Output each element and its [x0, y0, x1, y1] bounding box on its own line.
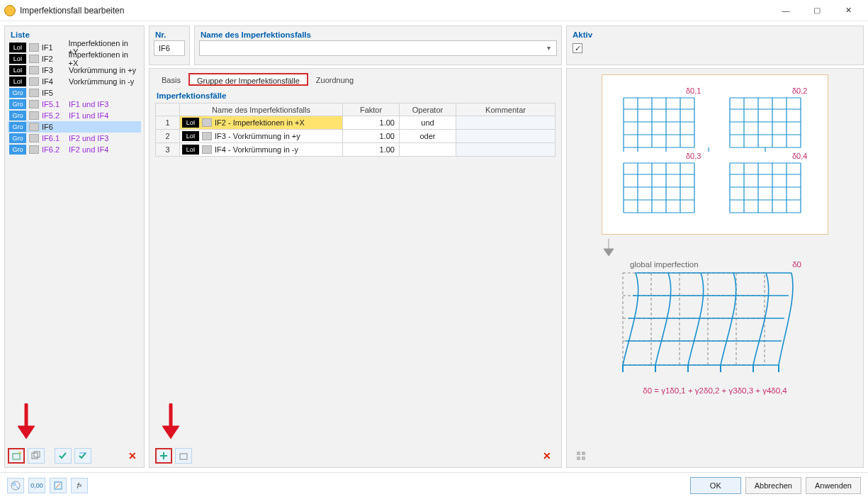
type-badge: Gro: [9, 122, 26, 132]
type-badge: Gro: [9, 145, 26, 155]
item-id: IF3: [42, 66, 66, 74]
delete-item-button[interactable]: ✕: [124, 448, 141, 464]
down-arrow-icon: [602, 237, 616, 259]
copy-item-button[interactable]: [28, 448, 45, 464]
add-row-button[interactable]: [155, 448, 172, 464]
type-badge: LoI: [182, 131, 199, 141]
operator-cell[interactable]: [400, 143, 456, 157]
svg-rect-11: [577, 457, 580, 460]
factor-cell[interactable]: 1.00: [343, 143, 400, 157]
svg-text:δ0,3: δ0,3: [686, 152, 701, 160]
close-button[interactable]: ✕: [833, 1, 864, 21]
color-swatch: [29, 66, 39, 74]
item-id: IF6.2: [42, 145, 66, 154]
table-row[interactable]: 2LoIIF3 - Vorkrümmung in +y1.00oder: [156, 130, 556, 143]
svg-rect-1: [32, 453, 38, 459]
uncheck-all-button[interactable]: [74, 448, 91, 464]
list-item[interactable]: LoIIF2Imperfektionen in +X: [8, 53, 141, 65]
maximize-button[interactable]: ▢: [801, 1, 833, 21]
svg-text:δ0,2: δ0,2: [792, 86, 807, 95]
window-title: Imperfektionsfall bearbeiten: [20, 6, 770, 16]
ok-button[interactable]: OK: [690, 477, 741, 494]
list-item[interactable]: LoIIF3Vorkrümmung in +y: [8, 65, 141, 76]
units-button[interactable]: 0,00: [28, 478, 45, 493]
check-all-button[interactable]: [55, 448, 72, 464]
callout-arrow-left: [18, 403, 35, 446]
svg-rect-2: [34, 452, 40, 457]
item-desc: Vorkrümmung in +y: [69, 66, 136, 74]
svg-point-14: [13, 483, 16, 486]
svg-text:δ0,1: δ0,1: [686, 86, 701, 95]
help-button[interactable]: [7, 478, 24, 493]
svg-rect-12: [582, 457, 585, 460]
tool1-button[interactable]: [50, 478, 67, 493]
type-badge: Gro: [9, 133, 26, 143]
new-item-button[interactable]: [8, 448, 25, 464]
svg-rect-3: [180, 454, 187, 459]
item-id: IF2: [42, 55, 66, 63]
tab[interactable]: Zuordnung: [308, 73, 361, 86]
app-icon: [4, 5, 16, 16]
case-name: IF3 - Vorkrümmung in +y: [215, 132, 300, 140]
col-name: Name des Imperfektionsfalls: [180, 103, 343, 116]
svg-rect-9: [577, 452, 580, 455]
aktiv-checkbox[interactable]: [573, 43, 582, 53]
operator-cell[interactable]: und: [400, 116, 456, 130]
table-row[interactable]: 1LoIIF2 - Imperfektionen in +X1.00und: [156, 116, 556, 130]
apply-button[interactable]: Anwenden: [806, 477, 861, 494]
minimize-button[interactable]: —: [770, 1, 801, 21]
bottom-bar: 0,00 fx OK Abbrechen Anwenden: [0, 472, 868, 498]
liste-list[interactable]: LoIIF1Imperfektionen in +YLoIIF2Imperfek…: [5, 42, 144, 447]
list-item[interactable]: GroIF5.1IF1 und IF3: [8, 99, 141, 110]
cancel-button[interactable]: Abbrechen: [745, 477, 801, 494]
item-id: IF5.2: [42, 111, 66, 120]
comment-cell[interactable]: [456, 116, 556, 130]
svg-text:δ0,4: δ0,4: [792, 152, 807, 160]
nr-panel: Nr. IF6: [149, 26, 190, 65]
item-desc: IF1 und IF4: [69, 111, 108, 120]
color-swatch: [29, 100, 39, 108]
cases-table[interactable]: Name des Imperfektionsfalls Faktor Opera…: [155, 103, 556, 157]
factor-cell[interactable]: 1.00: [343, 130, 400, 143]
nr-field[interactable]: IF6: [154, 40, 185, 56]
item-id: IF4: [42, 77, 66, 86]
liste-toolbar: ✕: [5, 447, 144, 467]
list-item[interactable]: GroIF5.2IF1 und IF4: [8, 110, 141, 121]
comment-cell[interactable]: [456, 143, 556, 157]
list-item[interactable]: GroIF6.1IF2 und IF3: [8, 133, 141, 144]
list-item[interactable]: GroIF6.2IF2 und IF4: [8, 144, 141, 155]
factor-cell[interactable]: 1.00: [343, 116, 400, 130]
name-dropdown[interactable]: [199, 40, 557, 56]
new-row-button[interactable]: [175, 448, 192, 464]
item-id: IF6: [42, 123, 66, 131]
list-item[interactable]: GroIF5: [8, 87, 141, 99]
list-item[interactable]: LoIIF4Vorkrümmung in -y: [8, 76, 141, 87]
item-desc: IF1 und IF3: [69, 100, 108, 108]
color-swatch: [29, 111, 39, 120]
item-desc: Vorkrümmung in -y: [69, 77, 134, 86]
table-row[interactable]: 3LoIIF4 - Vorkrümmung in -y1.00: [156, 143, 556, 157]
table-subtitle: Imperfektionsfälle: [150, 86, 561, 101]
svg-rect-0: [13, 454, 20, 459]
fx-button[interactable]: fx: [71, 478, 88, 493]
tab[interactable]: Basis: [154, 73, 188, 86]
item-desc: IF2 und IF3: [69, 134, 108, 142]
item-id: IF1: [42, 43, 66, 52]
type-badge: LoI: [9, 54, 26, 64]
col-comment: Kommentar: [456, 103, 556, 116]
tab[interactable]: Gruppe der Imperfektionsfälle: [188, 73, 308, 86]
operator-cell[interactable]: oder: [400, 130, 456, 143]
list-item[interactable]: GroIF6: [8, 121, 141, 133]
preview-area: δ0,1 δ0,2 δ0,3 δ0,4 global imperf: [567, 69, 863, 447]
centre-column: Nr. IF6 Name des Imperfektionsfalls Akti…: [149, 26, 864, 468]
color-swatch: [202, 132, 212, 140]
color-swatch: [29, 134, 39, 142]
nr-caption: Nr.: [150, 26, 189, 40]
type-badge: LoI: [182, 118, 199, 128]
aktiv-panel: Aktiv: [566, 26, 864, 65]
type-badge: LoI: [182, 145, 199, 155]
right-toolbar: [567, 447, 863, 467]
delete-row-button[interactable]: ✕: [539, 448, 556, 464]
comment-cell[interactable]: [456, 130, 556, 143]
preview-settings-button[interactable]: [573, 448, 590, 464]
